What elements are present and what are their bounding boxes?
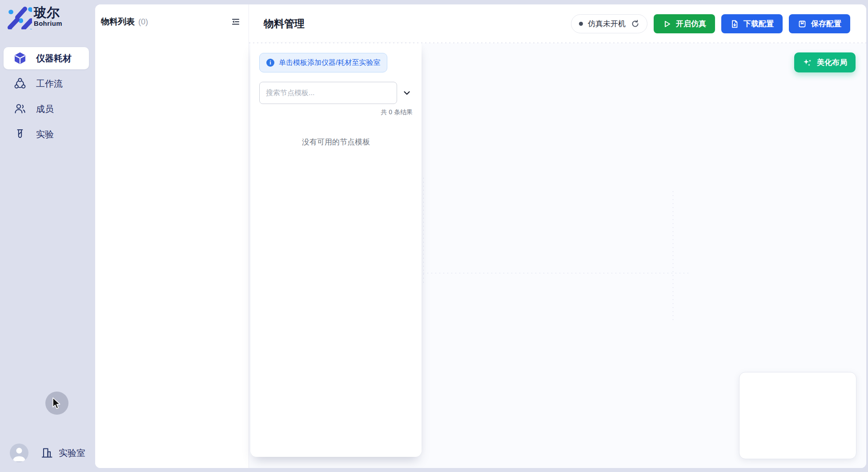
status-dot-icon: [579, 22, 583, 26]
header-actions: 仿真未开机 开启仿真: [571, 14, 850, 33]
play-icon: [663, 20, 671, 28]
bohrium-logo-icon: [6, 4, 32, 29]
materials-list-title: 物料列表: [101, 16, 135, 28]
simulation-status-pill: 仿真未开机: [571, 14, 647, 33]
lab-entry-label: 实验室: [59, 447, 85, 459]
info-icon: i: [266, 59, 274, 67]
content-shell: 物料列表 (0) 物料管理 仿真未开机: [95, 4, 866, 468]
minimap-panel[interactable]: [739, 372, 856, 459]
sidebar-item-members[interactable]: 成员: [4, 98, 89, 120]
sidebar-item-instruments[interactable]: 仪器耗材: [4, 47, 89, 69]
sidebar-item-label: 实验: [36, 128, 54, 140]
download-config-label: 下载配置: [743, 19, 774, 29]
sidebar: 玻尔 Bohrium 仪器耗材 工作流: [0, 0, 95, 472]
brand-subtitle: Bohrium: [34, 20, 62, 27]
indent-collapse-icon[interactable]: [230, 16, 241, 28]
materials-list-header: 物料列表 (0): [95, 4, 249, 28]
main-column: 物料管理 仿真未开机 开启仿真: [249, 4, 866, 468]
file-download-icon: [730, 20, 739, 28]
download-config-button[interactable]: 下载配置: [721, 14, 783, 33]
brand-title: 玻尔: [34, 6, 62, 19]
template-search-input[interactable]: [259, 82, 397, 104]
save-config-button[interactable]: 保存配置: [789, 14, 850, 33]
beautify-layout-button[interactable]: 美化布局: [794, 52, 856, 72]
page-title: 物料管理: [264, 17, 305, 31]
save-icon: [798, 20, 807, 28]
flow-canvas[interactable]: i 单击模板添加仪器/耗材至实验室 共 0 条结果 没有可用的节点模板: [249, 43, 866, 468]
canvas-guide-line-vertical: [673, 191, 673, 321]
page-header: 物料管理 仿真未开机 开启仿真: [249, 4, 866, 43]
workflow-icon: [13, 77, 27, 90]
save-config-label: 保存配置: [811, 19, 841, 29]
beautify-layout-label: 美化布局: [817, 57, 847, 68]
canvas-guide-line-horizontal: [423, 273, 690, 273]
node-template-panel: i 单击模板添加仪器/耗材至实验室 共 0 条结果 没有可用的节点模板: [250, 43, 422, 457]
sidebar-item-workflow[interactable]: 工作流: [4, 72, 89, 95]
hint-banner-text: 单击模板添加仪器/耗材至实验室: [279, 58, 380, 68]
sidebar-item-label: 成员: [36, 103, 54, 115]
building-icon: [41, 447, 53, 459]
user-avatar[interactable]: [10, 444, 28, 462]
materials-list-count: (0): [138, 17, 148, 27]
sidebar-footer: 实验室: [0, 444, 95, 462]
status-label: 仿真未开机: [588, 19, 626, 29]
canvas-guide-line-vertical: [423, 178, 424, 284]
results-count: 共 0 条结果: [259, 108, 413, 116]
chevron-down-icon[interactable]: [401, 87, 413, 99]
sidebar-item-experiments[interactable]: 实验: [4, 123, 89, 145]
sidebar-nav: 仪器耗材 工作流 成员: [0, 47, 95, 148]
sidebar-item-label: 工作流: [36, 78, 63, 90]
start-simulation-label: 开启仿真: [676, 19, 706, 29]
experiment-icon: [13, 128, 27, 141]
lab-entry[interactable]: 实验室: [41, 447, 85, 459]
template-search-row: [259, 82, 413, 104]
brand-logo: 玻尔 Bohrium: [6, 4, 62, 29]
empty-state-text: 没有可用的节点模板: [259, 137, 413, 147]
sidebar-item-label: 仪器耗材: [36, 52, 72, 64]
sparkles-icon: [803, 58, 812, 68]
hint-banner: i 单击模板添加仪器/耗材至实验室: [259, 53, 387, 72]
materials-list-panel: 物料列表 (0): [95, 4, 249, 468]
refresh-icon[interactable]: [631, 20, 639, 28]
cube-icon: [13, 52, 27, 65]
mouse-cursor: [52, 397, 64, 411]
start-simulation-button[interactable]: 开启仿真: [654, 14, 715, 33]
members-icon: [13, 102, 27, 116]
